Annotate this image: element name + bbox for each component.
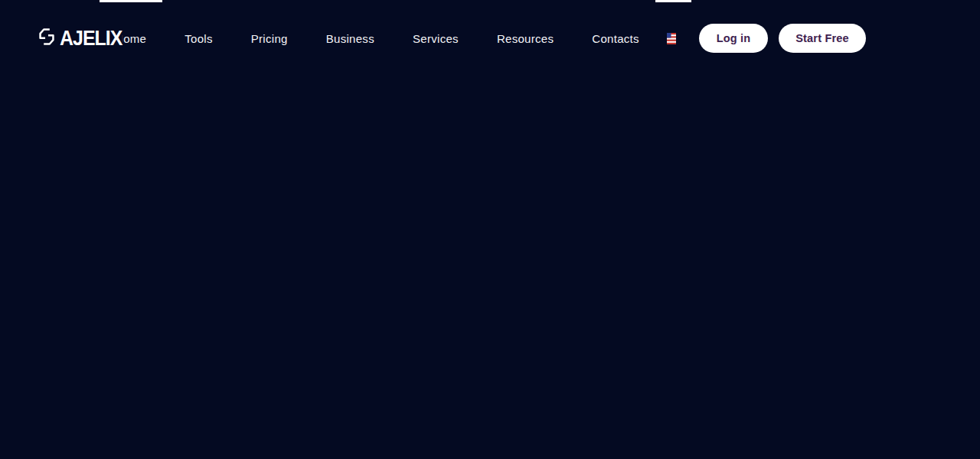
nav-item-resources[interactable]: Resources	[497, 32, 554, 45]
nav-item-pricing[interactable]: Pricing	[251, 32, 288, 45]
site-header: Home Tools Pricing Business Services Res…	[0, 0, 980, 76]
nav-item-contacts[interactable]: Contacts	[592, 32, 639, 45]
us-flag-icon	[667, 35, 676, 47]
language-indicator	[655, 0, 691, 2]
nav-item-business[interactable]: Business	[326, 32, 374, 45]
log-in-button[interactable]: Log in	[699, 24, 768, 53]
empty-hero-area	[0, 76, 980, 459]
language-selector[interactable]	[667, 33, 676, 44]
main-nav: Home Tools Pricing Business Services Res…	[115, 0, 639, 76]
nav-item-tools[interactable]: Tools	[185, 32, 213, 45]
ajelix-logo[interactable]: AJELIX	[37, 24, 128, 52]
nav-item-services[interactable]: Services	[413, 32, 459, 45]
ajelix-logo-text: AJELIX	[60, 28, 122, 49]
ajelix-logo-icon	[37, 27, 57, 50]
start-free-button[interactable]: Start Free	[779, 24, 866, 53]
